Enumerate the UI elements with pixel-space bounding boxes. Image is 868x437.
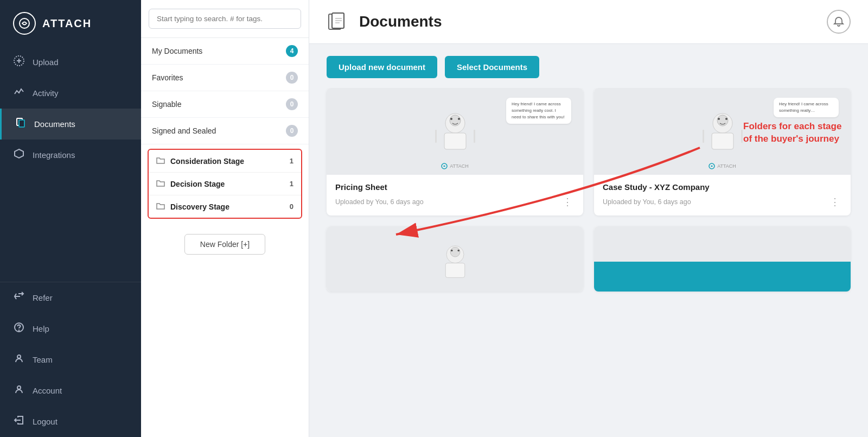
help-icon [13, 322, 25, 335]
svg-point-11 [17, 386, 21, 389]
doc-preview [327, 226, 583, 292]
document-card-4 [594, 226, 851, 292]
brand-label: ATTACH [450, 163, 469, 169]
folder-section: Consideration Stage 1 Decision Stage 1 [148, 149, 302, 219]
filter-my-documents[interactable]: My Documents 4 [141, 38, 309, 65]
main-header: Documents [309, 0, 868, 44]
main-content: Documents Upload new document Select Doc… [309, 0, 868, 437]
filter-label: Signed and Sealed [152, 126, 216, 135]
nav-item-refer[interactable]: Refer [0, 282, 141, 313]
svg-rect-31 [741, 130, 743, 143]
nav-item-upload[interactable]: Upload [0, 47, 141, 78]
nav-label-documents: Documents [34, 119, 75, 129]
page-title: Documents [359, 13, 442, 30]
filter-list: My Documents 4 Favorites 0 Signable 0 Si… [141, 38, 309, 144]
sidebar-panel: My Documents 4 Favorites 0 Signable 0 Si… [141, 0, 309, 437]
search-input[interactable] [149, 9, 301, 29]
filter-signed-sealed[interactable]: Signed and Sealed 0 [141, 118, 309, 144]
filter-signable[interactable]: Signable 0 [141, 91, 309, 118]
svg-rect-30 [703, 130, 704, 143]
person-illustration [431, 107, 480, 156]
documents-icon [15, 117, 27, 131]
app-name: ATTACH [42, 17, 92, 30]
document-card-pricing-sheet: Hey friend! I came across something real… [327, 88, 583, 216]
nav-label-logout: Logout [33, 417, 58, 426]
doc-more-button[interactable]: ⋮ [828, 195, 842, 209]
folder-left: Consideration Stage [156, 156, 244, 166]
folder-count: 1 [290, 180, 293, 188]
team-icon [13, 353, 25, 366]
doc-card-meta: Uploaded by You, 6 days ago ⋮ [603, 195, 842, 209]
doc-card-info: Pricing Sheet Uploaded by You, 6 days ag… [327, 175, 583, 216]
upload-icon [13, 55, 25, 69]
svg-point-28 [718, 118, 720, 120]
nav-items: Upload Activity Documents [0, 47, 141, 437]
folder-discovery-stage[interactable]: Discovery Stage 0 [149, 195, 301, 218]
folder-left: Decision Stage [156, 179, 225, 188]
svg-rect-35 [445, 263, 465, 278]
person-illustration [433, 237, 477, 286]
document-card-case-study: Hey friend! I came across something real… [594, 88, 851, 216]
folder-icon [156, 202, 165, 211]
notification-bell-button[interactable] [827, 10, 851, 34]
nav-item-integrations[interactable]: Integrations [0, 140, 141, 170]
svg-point-9 [19, 330, 20, 331]
svg-rect-23 [474, 130, 475, 143]
svg-marker-6 [15, 149, 23, 158]
svg-point-21 [458, 118, 460, 120]
nav-item-logout[interactable]: Logout [0, 406, 141, 437]
doc-preview: Hey friend! I came across something real… [327, 88, 583, 175]
documents-grid: Hey friend! I came across something real… [309, 88, 868, 302]
folder-icon [156, 156, 165, 166]
nav-label-help: Help [33, 324, 49, 333]
page-icon [327, 10, 350, 34]
nav-label-activity: Activity [33, 88, 59, 98]
doc-meta-text: Uploaded by You, 6 days ago [335, 198, 424, 206]
nav-label-upload: Upload [33, 58, 59, 67]
card-brand: ATTACH [441, 163, 469, 169]
folder-count: 1 [290, 157, 293, 165]
select-documents-button[interactable]: Select Documents [445, 56, 539, 78]
doc-card-info: Case Study - XYZ Company Uploaded by You… [594, 175, 851, 216]
doc-card-title: Case Study - XYZ Company [603, 182, 842, 192]
svg-point-10 [17, 355, 21, 358]
filter-label: Signable [152, 100, 182, 109]
app-logo: ATTACH [0, 0, 141, 47]
doc-card-meta: Uploaded by You, 6 days ago ⋮ [335, 195, 575, 209]
folder-label: Decision Stage [170, 180, 225, 188]
svg-point-29 [725, 118, 727, 120]
folder-count: 0 [290, 202, 293, 211]
doc-preview: Hey friend! I came across something real… [594, 88, 851, 175]
svg-rect-5 [19, 120, 24, 127]
nav-item-account[interactable]: Account [0, 375, 141, 406]
integrations-icon [13, 148, 25, 162]
logout-icon [13, 415, 25, 428]
teal-bar [594, 262, 851, 292]
folder-decision-stage[interactable]: Decision Stage 1 [149, 173, 301, 195]
new-folder-button[interactable]: New Folder [+] [184, 234, 265, 255]
nav-item-activity[interactable]: Activity [0, 78, 141, 109]
svg-point-0 [20, 18, 29, 28]
nav-item-team[interactable]: Team [0, 344, 141, 375]
nav-label-integrations: Integrations [33, 150, 75, 160]
folder-consideration-stage[interactable]: Consideration Stage 1 [149, 150, 301, 173]
filter-label: My Documents [152, 47, 202, 55]
filter-favorites[interactable]: Favorites 0 [141, 65, 309, 91]
svg-rect-22 [435, 130, 437, 143]
folder-icon [156, 179, 165, 188]
nav-item-documents[interactable]: Documents [0, 109, 141, 140]
svg-point-37 [457, 250, 459, 252]
nav-label-refer: Refer [33, 293, 53, 302]
doc-more-button[interactable]: ⋮ [560, 195, 575, 209]
nav-label-account: Account [33, 386, 62, 395]
folder-left: Discovery Stage [156, 202, 229, 211]
person-illustration [698, 107, 747, 156]
nav-label-team: Team [33, 355, 53, 364]
filter-count: 4 [286, 45, 298, 57]
search-bar [141, 0, 309, 38]
nav-item-help[interactable]: Help [0, 313, 141, 344]
upload-new-document-button[interactable]: Upload new document [327, 56, 437, 78]
svg-point-34 [450, 247, 460, 257]
doc-card-title: Pricing Sheet [335, 182, 575, 192]
svg-point-36 [451, 250, 453, 252]
